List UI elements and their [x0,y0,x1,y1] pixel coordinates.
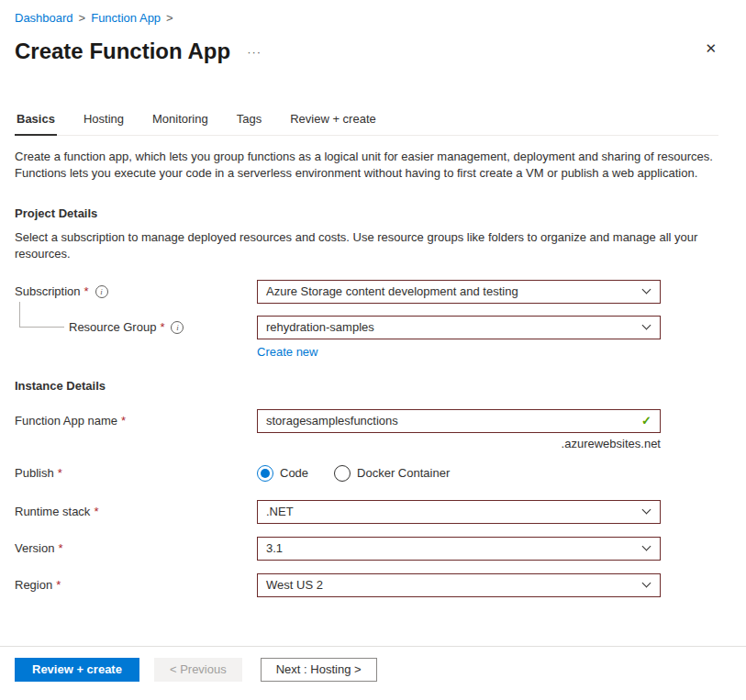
next-hosting-button[interactable]: Next : Hosting > [261,658,377,682]
section-heading-instance-details: Instance Details [15,379,718,393]
radio-dot [261,469,270,478]
chevron-down-icon [642,285,651,294]
tab-hosting[interactable]: Hosting [82,106,126,135]
resource-group-label: Resource Group [69,320,156,334]
tab-monitoring[interactable]: Monitoring [150,106,210,135]
tab-strip: Basics Hosting Monitoring Tags Review + … [15,106,718,136]
region-label: Region [15,578,52,592]
runtime-stack-control-cell: .NET [257,500,661,524]
version-row: Version * 3.1 [15,537,718,561]
create-new-link[interactable]: Create new [257,345,317,359]
version-label: Version [15,541,54,555]
region-dropdown[interactable]: West US 2 [257,573,661,597]
tab-basics[interactable]: Basics [15,106,57,136]
publish-label-cell: Publish * [15,466,257,480]
version-label-cell: Version * [15,541,257,555]
subscription-dropdown[interactable]: Azure Storage content development and te… [257,280,661,304]
function-app-name-input[interactable]: storagesamplesfunctions ✓ [257,409,661,433]
publish-row: Publish * Code Docker Container [15,465,718,482]
section-heading-project-details: Project Details [15,206,718,220]
basics-form: Subscription * i Azure Storage content d… [15,280,718,597]
radio-icon [257,465,273,482]
intro-text: Create a function app, which lets you gr… [15,149,718,183]
required-asterisk: * [160,320,164,334]
required-asterisk: * [58,466,62,480]
radio-docker-label: Docker Container [357,466,450,480]
subscription-control-cell: Azure Storage content development and te… [257,280,661,304]
close-icon[interactable]: ✕ [705,40,717,57]
version-value: 3.1 [266,541,283,555]
version-control-cell: 3.1 [257,537,661,561]
radio-icon [334,465,351,482]
tab-tags[interactable]: Tags [235,106,263,135]
required-asterisk: * [121,414,126,428]
publish-label: Publish [15,466,54,480]
region-row: Region * West US 2 [15,573,718,597]
review-create-button[interactable]: Review + create [15,658,139,682]
footer-action-bar: Review + create < Previous Next : Hostin… [0,646,746,700]
runtime-stack-value: .NET [266,505,294,518]
function-app-name-label: Function App name [15,414,117,428]
subscription-row: Subscription * i Azure Storage content d… [15,280,718,304]
radio-code[interactable]: Code [257,465,308,482]
required-asterisk: * [56,578,61,592]
create-function-app-page: Dashboard>Function App> Create Function … [0,0,746,597]
title-row: Create Function App ··· [15,37,718,66]
breadcrumb-separator: > [79,11,86,25]
required-asterisk: * [94,505,98,518]
create-new-cell: Create new [257,345,661,359]
info-icon[interactable]: i [95,285,108,298]
page-title: Create Function App [15,37,230,66]
version-dropdown[interactable]: 3.1 [257,537,661,561]
breadcrumb-link-dashboard[interactable]: Dashboard [15,11,73,25]
resource-group-value: rehydration-samples [266,320,374,334]
chevron-down-icon [642,506,651,515]
breadcrumb: Dashboard>Function App> [15,11,718,26]
function-app-name-control-cell: storagesamplesfunctions ✓ [257,409,661,433]
subscription-label: Subscription [15,284,81,298]
function-app-name-row: Function App name * storagesamplesfuncti… [15,409,718,433]
domain-suffix: .azurewebsites.net [257,437,661,450]
region-value: West US 2 [266,578,323,592]
function-app-name-label-cell: Function App name * [15,414,257,428]
resource-group-dropdown[interactable]: rehydration-samples [257,316,661,339]
tab-review-create[interactable]: Review + create [288,106,378,135]
region-control-cell: West US 2 [257,573,661,597]
required-asterisk: * [58,541,62,555]
resource-group-connector [19,302,64,328]
instance-details-form: Function App name * storagesamplesfuncti… [15,409,718,597]
create-new-row: Create new [15,345,718,359]
previous-button[interactable]: < Previous [154,658,242,682]
subscription-value: Azure Storage content development and te… [266,284,518,298]
runtime-stack-row: Runtime stack * .NET [15,500,718,524]
domain-suffix-row: .azurewebsites.net [15,437,718,450]
runtime-stack-label-cell: Runtime stack * [15,505,257,518]
runtime-stack-label: Runtime stack [15,505,90,518]
subscription-label-cell: Subscription * i [15,284,257,298]
runtime-stack-dropdown[interactable]: .NET [257,500,661,524]
radio-docker-container[interactable]: Docker Container [334,465,450,482]
function-app-name-value: storagesamplesfunctions [266,414,398,428]
breadcrumb-separator: > [166,11,173,25]
resource-group-control-cell: rehydration-samples [257,316,661,339]
more-options-icon[interactable]: ··· [247,45,262,59]
resource-group-row: Resource Group * i rehydration-samples [15,316,718,339]
breadcrumb-link-function-app[interactable]: Function App [91,11,161,25]
region-label-cell: Region * [15,578,257,592]
radio-code-label: Code [280,466,308,480]
publish-control-cell: Code Docker Container [257,465,661,482]
chevron-down-icon [642,321,651,330]
info-icon[interactable]: i [171,321,184,334]
publish-radio-group: Code Docker Container [257,465,661,482]
check-icon: ✓ [641,414,651,428]
project-details-description: Select a subscription to manage deployed… [15,229,718,263]
required-asterisk: * [84,284,89,298]
chevron-down-icon [642,542,651,551]
chevron-down-icon [642,579,651,588]
